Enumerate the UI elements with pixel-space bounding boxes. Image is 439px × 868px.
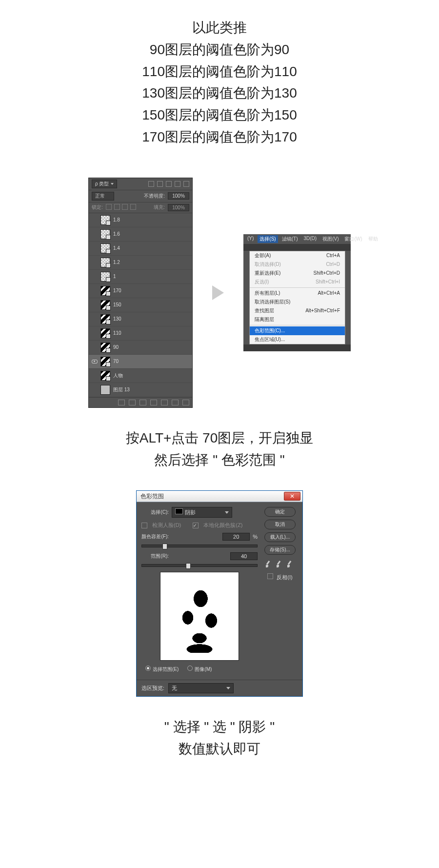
layer-row[interactable]: 1.8: [89, 213, 192, 227]
fuzziness-slider[interactable]: [141, 545, 258, 547]
lock-label: 锁定:: [92, 204, 103, 211]
cancel-button[interactable]: 取消: [264, 520, 296, 529]
menu-item[interactable]: 重新选择(E)Shift+Ctrl+D: [250, 269, 345, 278]
layer-row[interactable]: 70: [89, 355, 192, 369]
menu-item: 取消选择(D)Ctrl+D: [250, 260, 345, 269]
layer-row[interactable]: 110: [89, 326, 192, 341]
fill-label: 填充:: [154, 204, 165, 211]
visibility-toggle[interactable]: [92, 387, 98, 393]
visibility-toggle[interactable]: [92, 231, 98, 237]
menubar-item[interactable]: (Y): [245, 235, 256, 243]
smart-object-badge-icon: [106, 249, 111, 254]
lock-position-icon[interactable]: [122, 204, 128, 210]
figures-row: ρ 类型 正常 不透明度: 100% 锁定:: [0, 178, 439, 408]
menu-item[interactable]: 焦点区域(U)...: [250, 335, 345, 344]
eyedropper-add-icon[interactable]: [277, 561, 283, 567]
filter-shape-icon[interactable]: [175, 181, 180, 187]
layer-row[interactable]: 90: [89, 341, 192, 355]
layer-row[interactable]: 130: [89, 312, 192, 326]
menu-item[interactable]: 查找图层Alt+Shift+Ctrl+F: [250, 306, 345, 315]
menubar-item[interactable]: 窗口(W): [342, 235, 364, 243]
menu-item[interactable]: 所有图层(L)Alt+Ctrl+A: [250, 289, 345, 298]
slider-knob[interactable]: [186, 563, 191, 569]
menu-item: 反选(I)Shift+Ctrl+I: [250, 278, 345, 286]
layer-filter-type-label: ρ 类型: [95, 181, 109, 187]
detect-faces-checkbox[interactable]: [141, 523, 147, 528]
menu-item[interactable]: 色彩范围(C)...: [250, 326, 345, 335]
layer-row[interactable]: 1: [89, 270, 192, 284]
visibility-toggle[interactable]: [92, 245, 98, 251]
menu-item-label: 重新选择(E): [255, 270, 280, 277]
visibility-toggle[interactable]: [92, 274, 98, 280]
layer-row[interactable]: 150: [89, 298, 192, 312]
percent-label: %: [253, 534, 258, 540]
eyedropper-subtract-icon[interactable]: [287, 561, 294, 567]
close-button[interactable]: ✕: [284, 492, 300, 501]
visibility-toggle[interactable]: [92, 316, 98, 322]
range-input[interactable]: 40: [230, 552, 258, 560]
slider-knob[interactable]: [162, 544, 167, 549]
menubar-item[interactable]: 3D(D): [301, 235, 319, 243]
visibility-toggle[interactable]: [92, 260, 98, 265]
visibility-toggle[interactable]: [92, 359, 98, 364]
menu-item[interactable]: 隔离图层: [250, 315, 345, 324]
menu-item-label: 隔离图层: [255, 316, 274, 323]
layer-row[interactable]: 1.4: [89, 242, 192, 256]
filter-smart-icon[interactable]: [183, 181, 189, 187]
visibility-toggle[interactable]: [92, 302, 98, 308]
layer-row[interactable]: 图层 13: [89, 383, 192, 397]
visibility-toggle[interactable]: [92, 344, 98, 350]
layer-name-label: 1.8: [113, 217, 120, 222]
range-slider[interactable]: [141, 564, 258, 567]
selection-preview-value: 无: [172, 685, 177, 692]
menubar-item[interactable]: 帮助: [366, 235, 380, 243]
load-button[interactable]: 载入(L)...: [264, 532, 296, 542]
new-layer-icon[interactable]: [172, 400, 179, 405]
menubar-item[interactable]: 视图(V): [320, 235, 340, 243]
layer-name-label: 人物: [113, 372, 123, 379]
color-range-dialog: 色彩范围 ✕ 选择(C): 阴影 检测人脸(D) 本地化颜色簇(Z) 颜色容差(: [136, 490, 303, 697]
fuzziness-input[interactable]: 20: [222, 533, 250, 541]
group-icon[interactable]: [161, 400, 168, 405]
adjustment-icon[interactable]: [150, 400, 157, 405]
menu-item[interactable]: 取消选择图层(S): [250, 298, 345, 306]
save-button[interactable]: 存储(S)...: [264, 545, 296, 555]
lock-transparency-icon[interactable]: [106, 204, 112, 210]
blend-mode-dropdown[interactable]: 正常: [92, 192, 114, 201]
layer-filter-type-dropdown[interactable]: ρ 类型: [92, 180, 117, 188]
localized-checkbox[interactable]: [193, 523, 199, 528]
fill-input[interactable]: 100%: [168, 204, 189, 211]
opacity-input[interactable]: 100%: [168, 192, 189, 200]
fx-icon[interactable]: [129, 400, 136, 405]
link-layers-icon[interactable]: [118, 400, 125, 405]
ok-button[interactable]: 确定: [264, 507, 296, 517]
lock-all-icon[interactable]: [130, 204, 136, 210]
mask-icon[interactable]: [140, 400, 146, 405]
lock-image-icon[interactable]: [114, 204, 120, 210]
select-dropdown[interactable]: 阴影: [172, 507, 232, 518]
invert-checkbox[interactable]: [267, 573, 273, 579]
menu-item[interactable]: 全部(A)Ctrl+A: [250, 251, 345, 260]
eyedropper-icon[interactable]: [266, 561, 273, 567]
visibility-toggle[interactable]: [92, 330, 98, 336]
selection-preview-dropdown[interactable]: 无: [168, 683, 234, 693]
lock-icons: [106, 204, 137, 211]
visibility-toggle[interactable]: [92, 373, 98, 379]
layer-row[interactable]: 170: [89, 284, 192, 298]
radio-image[interactable]: [187, 666, 193, 671]
visibility-toggle[interactable]: [92, 288, 98, 294]
visibility-toggle[interactable]: [92, 217, 98, 223]
filter-type-icon[interactable]: [166, 181, 172, 187]
filter-image-icon[interactable]: [148, 181, 154, 187]
trash-icon[interactable]: [182, 400, 189, 405]
menubar-item[interactable]: 选择(S): [258, 235, 278, 243]
radio-selection[interactable]: [145, 666, 151, 671]
layer-row[interactable]: 1.6: [89, 227, 192, 242]
filter-adjust-icon[interactable]: [157, 181, 163, 187]
menubar-item[interactable]: 滤镜(T): [280, 235, 300, 243]
layer-name-label: 1: [113, 274, 116, 279]
layer-name-label: 图层 13: [113, 386, 130, 393]
layer-row[interactable]: 人物: [89, 369, 192, 383]
layer-name-label: 110: [113, 330, 121, 336]
layer-row[interactable]: 1.2: [89, 256, 192, 270]
